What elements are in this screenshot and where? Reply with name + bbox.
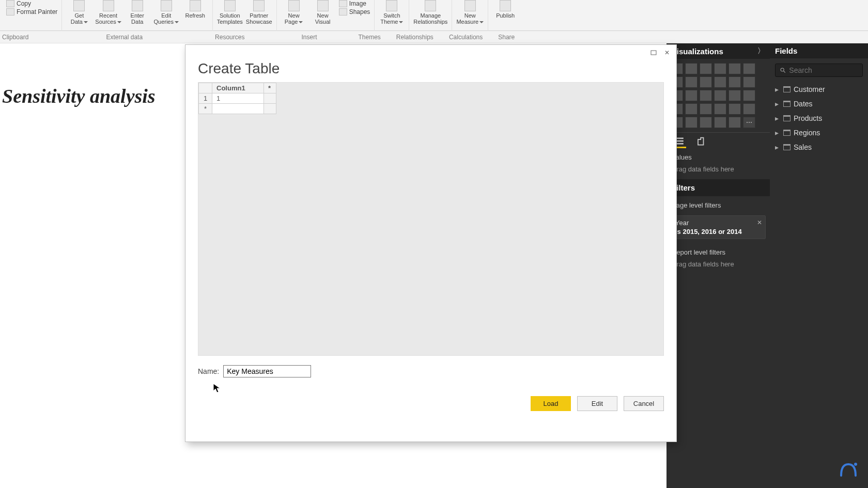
- new-visual-label: New Visual: [315, 12, 331, 25]
- format-painter-button[interactable]: Format Painter: [6, 8, 57, 15]
- grid-add-row[interactable]: *: [199, 104, 212, 114]
- values-drop-area[interactable]: Drag data fields here: [667, 163, 770, 179]
- recent-sources-icon: [103, 0, 114, 11]
- get-data-label: Get Data: [71, 12, 88, 25]
- ribbon-group-labels: Clipboard External data Resources Insert…: [0, 31, 868, 43]
- viz-area[interactable]: [685, 76, 698, 88]
- new-measure-icon: [464, 0, 476, 11]
- refresh-button[interactable]: Refresh: [182, 0, 208, 19]
- new-visual-button[interactable]: New Visual: [310, 0, 336, 25]
- field-table-label: Regions: [794, 129, 820, 137]
- create-table-dialog: ✕ Create Table Column1 * 1 1 * Name: Lo: [185, 44, 677, 442]
- viz-map[interactable]: [743, 90, 755, 101]
- field-table-products[interactable]: ▸Products: [770, 111, 868, 125]
- data-entry-grid[interactable]: Column1 * 1 1 *: [198, 82, 664, 356]
- enter-data-button[interactable]: Enter Data: [125, 0, 150, 25]
- viz-clustered-bar[interactable]: [700, 63, 712, 74]
- solution-templates-button[interactable]: Solution Templates: [217, 0, 243, 25]
- copy-icon: [6, 0, 14, 7]
- grid-cell[interactable]: 1: [212, 93, 264, 104]
- viz-donut[interactable]: [714, 90, 726, 101]
- visualizations-header[interactable]: Visualizations 〉: [667, 43, 770, 59]
- format-tab[interactable]: [694, 136, 709, 148]
- shapes-button[interactable]: Shapes: [339, 8, 370, 15]
- fields-pane: Fields ▸Customer ▸Dates ▸Products ▸Regio…: [770, 43, 868, 488]
- svg-point-6: [854, 463, 857, 466]
- viz-multi-row-card[interactable]: [729, 103, 741, 115]
- close-button[interactable]: ✕: [662, 48, 672, 57]
- partner-showcase-button[interactable]: Partner Showcase: [246, 0, 272, 25]
- viz-100-bar[interactable]: [729, 63, 741, 74]
- field-table-customer[interactable]: ▸Customer: [770, 82, 868, 97]
- viz-funnel[interactable]: [685, 103, 698, 115]
- viz-stacked-column[interactable]: [685, 63, 698, 74]
- group-label-external-data: External data: [106, 34, 143, 41]
- switch-theme-label: Switch Theme: [380, 12, 403, 25]
- maximize-button[interactable]: [648, 48, 659, 57]
- ribbon-group-calculations: New Measure: [452, 0, 488, 31]
- filter-remove-icon[interactable]: ✕: [757, 219, 762, 226]
- copy-button[interactable]: Copy: [6, 0, 57, 7]
- dialog-title: Create Table: [185, 60, 676, 82]
- edit-button[interactable]: Edit: [577, 396, 617, 411]
- group-label-relationships: Relationships: [396, 34, 433, 41]
- publish-button[interactable]: Publish: [492, 0, 518, 19]
- viz-100-column[interactable]: [743, 63, 755, 74]
- new-page-label: New Page: [285, 12, 303, 25]
- viz-treemap[interactable]: [729, 90, 741, 101]
- page-title: Sensitivity analysis: [2, 85, 156, 107]
- table-icon: [783, 130, 791, 136]
- field-table-regions[interactable]: ▸Regions: [770, 125, 868, 140]
- ribbon-group-insert: New Page New Visual Image Shapes: [277, 0, 375, 31]
- recent-sources-button[interactable]: Recent Sources: [95, 0, 121, 25]
- manage-relationships-button[interactable]: Manage Relationships: [413, 0, 447, 25]
- partner-showcase-label: Partner Showcase: [246, 12, 272, 25]
- field-table-sales[interactable]: ▸Sales: [770, 140, 868, 154]
- viz-custom-import[interactable]: ⋯: [743, 117, 755, 128]
- viz-clustered-column[interactable]: [714, 63, 726, 74]
- viz-line-clustered-column[interactable]: [729, 76, 741, 88]
- viz-r[interactable]: [714, 117, 726, 128]
- viz-kpi[interactable]: [743, 103, 755, 115]
- fields-header[interactable]: Fields: [770, 43, 868, 58]
- grid-cell-empty[interactable]: [264, 93, 276, 104]
- dialog-buttons: Load Edit Cancel: [185, 377, 676, 411]
- edit-queries-button[interactable]: Edit Queries: [153, 0, 179, 25]
- viz-line-stacked-column[interactable]: [714, 76, 726, 88]
- viz-matrix[interactable]: [700, 117, 712, 128]
- viz-gauge[interactable]: [700, 103, 712, 115]
- cancel-button[interactable]: Cancel: [624, 396, 664, 411]
- image-button[interactable]: Image: [339, 0, 370, 7]
- get-data-button[interactable]: Get Data: [66, 0, 92, 25]
- new-page-button[interactable]: New Page: [281, 0, 307, 25]
- viz-scatter[interactable]: [685, 90, 698, 101]
- manage-relationships-label: Manage Relationships: [413, 12, 447, 25]
- viz-stacked-area[interactable]: [700, 76, 712, 88]
- viz-arcgis[interactable]: [729, 117, 741, 128]
- publish-label: Publish: [496, 12, 515, 19]
- expand-icon: ▸: [775, 114, 780, 122]
- solution-templates-icon: [224, 0, 236, 11]
- viz-ribbon[interactable]: [743, 76, 755, 88]
- load-button[interactable]: Load: [531, 396, 571, 411]
- report-filters-drop-area[interactable]: Drag data fields here: [667, 258, 770, 274]
- viz-table[interactable]: [685, 117, 698, 128]
- svg-line-4: [784, 71, 785, 73]
- table-name-input[interactable]: [223, 365, 311, 377]
- grid-column-header[interactable]: Column1: [212, 83, 264, 93]
- viz-card[interactable]: [714, 103, 726, 115]
- grid-cell-empty[interactable]: [212, 104, 264, 114]
- group-label-insert: Insert: [301, 34, 317, 41]
- switch-theme-button[interactable]: Switch Theme: [379, 0, 405, 25]
- grid-add-column[interactable]: *: [264, 83, 276, 93]
- new-measure-button[interactable]: New Measure: [456, 0, 484, 25]
- field-table-label: Sales: [794, 143, 812, 151]
- fields-search-input[interactable]: [789, 66, 858, 74]
- viz-pie[interactable]: [700, 90, 712, 101]
- filter-card-year[interactable]: ✕ Year is 2015, 2016 or 2014: [671, 215, 766, 239]
- edit-queries-label: Edit Queries: [153, 12, 179, 25]
- manage-relationships-icon: [425, 0, 436, 11]
- fields-search[interactable]: [775, 64, 863, 77]
- grid-cell-empty[interactable]: [264, 104, 276, 114]
- field-table-dates[interactable]: ▸Dates: [770, 97, 868, 111]
